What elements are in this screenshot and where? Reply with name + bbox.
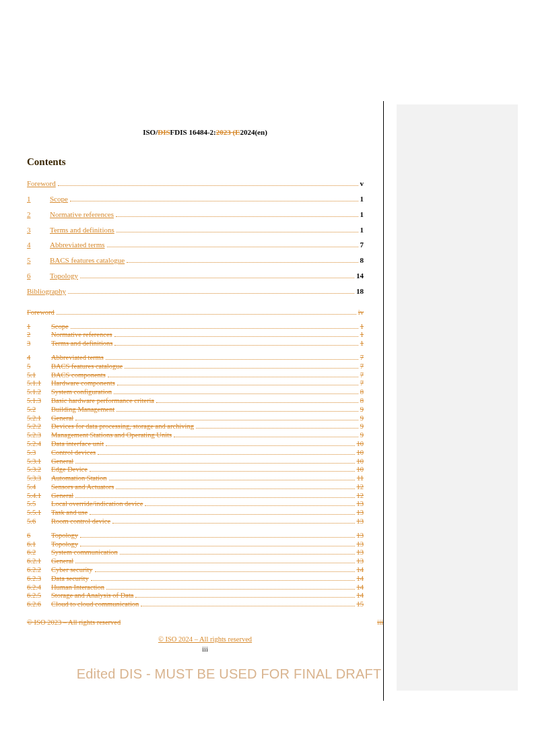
toc-num: 3 <box>27 340 51 348</box>
toc-num: 3 <box>27 225 50 235</box>
old-copyright-footer: © ISO 2023 – All rights reserved iii <box>27 619 383 626</box>
toc-row[interactable]: Forewordv <box>27 179 364 189</box>
toc-leader-dots <box>114 336 358 337</box>
toc-num: 6.2.3 <box>27 575 51 584</box>
toc-page: iv <box>358 309 364 317</box>
toc-page: 7 <box>360 354 364 363</box>
toc-label: Basic hardware performance criteria <box>51 397 154 406</box>
toc-leader-dots <box>95 571 355 572</box>
toc-num: 6 <box>27 271 50 281</box>
toc-num: 6.2.2 <box>27 566 51 575</box>
toc-num: 5 <box>27 255 50 265</box>
toc-page: 14 <box>357 575 364 584</box>
toc-num: 4 <box>27 354 51 363</box>
toc-page: 9 <box>360 422 364 431</box>
toc-page: 7 <box>360 371 364 380</box>
toc-num: 5.4 <box>27 483 51 492</box>
toc-page: 9 <box>360 414 364 423</box>
header-mid: 16484-2: <box>187 128 216 136</box>
toc-leader-dots <box>135 597 354 598</box>
toc-row-deleted: 6.2.6Cloud to cloud communication15 <box>27 600 364 609</box>
toc-label: Room control device <box>51 517 110 526</box>
toc-num: 5.5.1 <box>27 509 51 517</box>
toc-leader-dots <box>108 377 358 377</box>
toc-num: 5.1.1 <box>27 379 51 388</box>
toc-label: Management Stations and Operating Units <box>51 431 172 440</box>
toc-row-deleted: 5.1.3Basic hardware performance criteria… <box>27 397 364 406</box>
toc-leader-dots <box>80 537 354 538</box>
watermark-text: Edited DIS - MUST BE USED FOR FINAL DRAF… <box>61 666 397 682</box>
toc-page: 13 <box>357 548 364 557</box>
toc-leader-dots <box>71 328 358 329</box>
toc-leader-dots <box>75 420 358 420</box>
toc-row-deleted: 5.3.2Edge Device10 <box>27 466 364 474</box>
toc-row[interactable]: 1Scope1 <box>27 194 364 204</box>
toc-leader-dots <box>174 437 358 437</box>
toc-row-deleted: 6.2.5Storage and Analysis of Data14 <box>27 592 364 600</box>
toc-num: 5.6 <box>27 517 51 526</box>
toc-num: 5.1.3 <box>27 397 51 406</box>
toc-label: Topology <box>51 532 78 540</box>
toc-leader-dots <box>114 393 358 394</box>
toc-label: Foreword <box>27 179 56 189</box>
toc-gap <box>27 526 364 532</box>
toc-row[interactable]: 4Abbreviated terms7 <box>27 240 364 250</box>
toc-row-deleted: 5.4.1General12 <box>27 492 364 501</box>
toc-leader-dots <box>125 368 358 369</box>
toc-row-deleted: 2Normative references1 <box>27 331 364 340</box>
header-suffix: ) <box>265 128 267 136</box>
toc-label: Storage and Analysis of Data <box>51 592 133 600</box>
preview-sidebar <box>397 104 518 691</box>
toc-num: 5.1 <box>27 371 51 380</box>
toc-row[interactable]: 5BACS features catalogue8 <box>27 255 364 265</box>
toc-label: General <box>51 492 73 501</box>
toc-label: General <box>51 414 73 423</box>
toc-label: Terms and definitions <box>50 225 114 235</box>
toc-page: 14 <box>357 566 364 575</box>
toc-label: Foreword <box>27 309 55 317</box>
toc-leader-dots <box>127 262 358 263</box>
toc-num: 5.3.2 <box>27 466 51 474</box>
toc-page: 10 <box>357 458 364 466</box>
toc-leader-dots <box>57 314 356 315</box>
toc-page: 7 <box>360 379 364 388</box>
toc-page: 14 <box>356 271 364 281</box>
toc-label: Hardware components <box>51 379 115 388</box>
toc-page: 1 <box>360 225 364 235</box>
toc-row-deleted: 5.2.4Data interface unit10 <box>27 440 364 449</box>
toc-leader-dots <box>80 546 354 546</box>
toc-row-deleted: 5.2.3Management Stations and Operating U… <box>27 431 364 440</box>
new-copyright-footer: © ISO 2024 – All rights reserved <box>27 635 383 643</box>
toc-page: 9 <box>360 406 364 414</box>
toc-label: Human Interaction <box>51 584 104 592</box>
toc-row-deleted: 5.1.1Hardware components7 <box>27 379 364 388</box>
toc-row-deleted: 5.2Building Management9 <box>27 406 364 414</box>
toc-row-deleted: 4Abbreviated terms7 <box>27 354 364 363</box>
toc-leader-dots <box>75 563 354 563</box>
toc-page: 8 <box>360 388 364 397</box>
toc-num: 5.3.3 <box>27 474 51 483</box>
toc-num: 5.3 <box>27 449 51 458</box>
toc-new: Forewordv1Scope12Normative references13T… <box>27 179 364 296</box>
toc-leader-dots <box>116 232 358 232</box>
toc-num: 5.2.4 <box>27 440 51 449</box>
toc-row-deleted: 5.6Room control device13 <box>27 517 364 526</box>
toc-label: Edge Device <box>51 466 88 474</box>
toc-page: v <box>360 179 364 189</box>
toc-row-deleted: 5.1BACS components7 <box>27 371 364 380</box>
toc-row[interactable]: 3Terms and definitions1 <box>27 225 364 235</box>
toc-page: 12 <box>357 483 364 492</box>
header-dis-struck: DIS <box>158 128 170 136</box>
toc-row[interactable]: 6Topology14 <box>27 271 364 281</box>
toc-num: 5.5 <box>27 500 51 509</box>
toc-row[interactable]: Bibliography18 <box>27 286 364 296</box>
toc-old: Forewordiv1Scope12Normative references13… <box>27 309 364 609</box>
toc-leader-dots <box>116 489 354 489</box>
toc-leader-dots <box>116 216 358 217</box>
toc-row[interactable]: 2Normative references1 <box>27 210 364 220</box>
toc-page: 13 <box>357 557 364 566</box>
toc-label: Task and use <box>51 509 88 517</box>
toc-row-deleted: 5.2.2Devices for data processing, storag… <box>27 422 364 431</box>
toc-row-deleted: 5.1.2System configuration8 <box>27 388 364 397</box>
toc-num: 6 <box>27 532 51 540</box>
